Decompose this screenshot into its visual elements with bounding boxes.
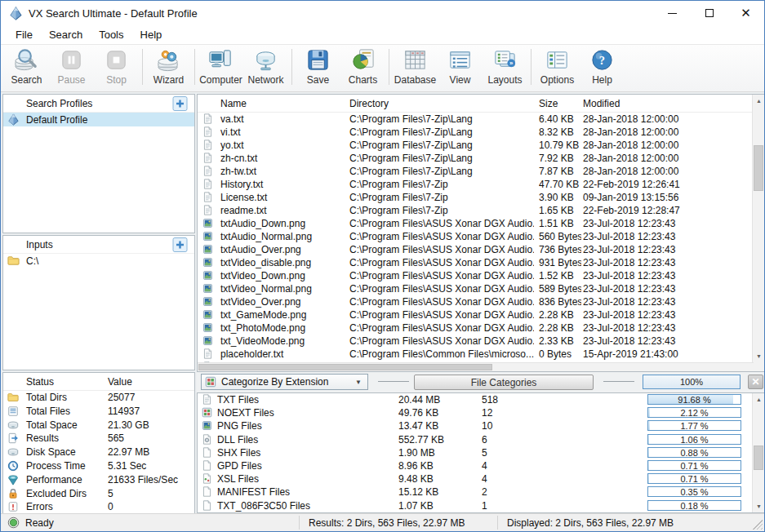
scroll-down-icon[interactable]: ▼ — [753, 350, 765, 362]
resize-grip[interactable] — [753, 520, 763, 530]
search-profiles-header: Search Profiles — [26, 98, 92, 109]
category-row[interactable]: TXT Files20.44 MB51891.68 % — [198, 393, 754, 406]
category-row[interactable]: NOEXT Files49.76 KB122.12 % — [198, 406, 754, 419]
category-percent-label: 0.35 % — [648, 487, 741, 497]
network-toolbar-button[interactable]: Network — [243, 47, 288, 90]
categories-scroll-thumb[interactable] — [754, 446, 763, 470]
computer-toolbar-button[interactable]: Computer — [198, 47, 243, 90]
file-list-vertical-scrollbar[interactable]: ▲ ▼ — [752, 95, 764, 371]
category-count: 5 — [482, 447, 487, 459]
status-row: Excluded Dirs5 — [3, 487, 194, 501]
category-row[interactable]: XSL Files9.48 KB40.71 % — [198, 472, 754, 485]
file-row[interactable]: License.txtC:\Program Files\7-Zip3.90 KB… — [198, 191, 754, 204]
file-directory: C:\Program Files\7-Zip — [349, 179, 534, 190]
options-toolbar-button[interactable]: Options — [535, 47, 580, 90]
grid-icon — [205, 376, 216, 388]
file-row[interactable]: va.txtC:\Program Files\7-Zip\Lang6.40 KB… — [198, 113, 754, 126]
status-row: Total Dirs25077 — [3, 391, 194, 405]
category-row[interactable]: TXT_086F3C50 Files1.07 KB10.18 % — [198, 499, 754, 512]
categories-vertical-scrollbar[interactable]: ▲ ▼ — [752, 393, 764, 512]
category-row[interactable]: PNG Files13.47 KB101.77 % — [198, 419, 754, 432]
help-toolbar-button[interactable]: ?Help — [580, 47, 625, 90]
category-row[interactable]: DLL Files552.77 KB61.06 % — [198, 433, 754, 446]
maximize-button[interactable] — [691, 1, 727, 25]
status-value: 22.97 MB — [108, 446, 149, 458]
category-row[interactable]: GPD Files8.96 KB40.71 % — [198, 459, 754, 472]
layouts-icon: » — [492, 47, 518, 73]
file-list-hscroll-thumb[interactable] — [198, 364, 492, 370]
file-size: 836 Bytes — [539, 296, 581, 308]
category-count: 1 — [482, 500, 487, 512]
toolbar-button-label: Help — [592, 74, 612, 86]
file-row[interactable]: txtVideo_Normal.pngC:\Program Files\ASUS… — [198, 282, 754, 295]
wizard-toolbar-button[interactable]: Wizard — [146, 47, 191, 90]
category-percent-label: 0.88 % — [648, 448, 741, 458]
category-percent-label: 0.18 % — [648, 501, 741, 511]
column-header-size[interactable]: Size — [539, 98, 558, 109]
save-toolbar-button[interactable]: Save — [296, 47, 340, 90]
file-list-horizontal-scrollbar[interactable] — [198, 362, 754, 371]
category-row[interactable]: MANIFEST Files15.12 KB20.35 % — [198, 485, 754, 499]
close-button[interactable]: ✕ — [727, 1, 764, 25]
file-row[interactable]: txt_PhotoMode.pngC:\Program Files\ASUS X… — [198, 321, 754, 335]
file-row[interactable]: txtAudio_Normal.pngC:\Program Files\ASUS… — [198, 230, 754, 243]
file-list-scroll-thumb[interactable] — [754, 145, 763, 191]
file-row[interactable]: txtAudio_Down.pngC:\Program Files\ASUS X… — [198, 217, 754, 230]
file-row[interactable]: txtVideo_disable.pngC:\Program Files\ASU… — [198, 256, 754, 269]
menu-help[interactable]: Help — [132, 26, 171, 43]
file-size: 736 Bytes — [539, 244, 581, 255]
txt-file-icon — [202, 179, 213, 189]
file-row[interactable]: txtVideo_Down.pngC:\Program Files\ASUS X… — [198, 269, 754, 282]
file-row[interactable]: txtAudio_Over.pngC:\Program Files\ASUS X… — [198, 243, 754, 256]
category-row[interactable]: SHX Files1.90 MB50.88 % — [198, 446, 754, 459]
add-profile-button[interactable] — [171, 96, 189, 111]
file-row[interactable]: yo.txtC:\Program Files\7-Zip\Lang10.79 K… — [198, 139, 754, 152]
profile-item[interactable]: Default Profile — [3, 113, 194, 126]
column-header-name[interactable]: Name — [220, 98, 247, 109]
file-categories-button[interactable]: File Categories — [414, 375, 594, 390]
database-toolbar-button[interactable]: Database — [393, 47, 438, 90]
menu-file[interactable]: File — [7, 26, 41, 43]
minimize-button[interactable] — [654, 1, 691, 25]
scroll-up-icon[interactable]: ▲ — [753, 95, 765, 107]
file-name: txt_VideoMode.png — [220, 335, 345, 347]
file-row[interactable]: txt_GameMode.pngC:\Program Files\ASUS Xo… — [198, 308, 754, 321]
file-directory: C:\Program Files\7-Zip\Lang — [349, 113, 534, 125]
file-modified: 28-Jan-2018 12:00:00 — [583, 113, 705, 125]
menu-tools[interactable]: Tools — [91, 26, 131, 43]
file-row[interactable]: placeholder.txtC:\Program Files\Common F… — [198, 348, 754, 361]
file-row[interactable]: zh-tw.txtC:\Program Files\7-Zip\Lang7.87… — [198, 165, 754, 178]
view-toolbar-button[interactable]: View — [438, 47, 483, 90]
scroll-down-icon[interactable]: ▼ — [753, 500, 765, 512]
file-row[interactable]: History.txtC:\Program Files\7-Zip47.70 K… — [198, 178, 754, 191]
title-bar: VX Search Ultimate - Default Profile ✕ — [1, 1, 764, 25]
charts-toolbar-button[interactable]: Charts — [340, 47, 385, 90]
file-row[interactable]: zh-cn.txtC:\Program Files\7-Zip\Lang7.92… — [198, 152, 754, 165]
close-categories-button[interactable]: ✕ — [748, 375, 763, 389]
chevron-down-icon: ▼ — [355, 379, 362, 386]
file-row[interactable]: vi.txtC:\Program Files\7-Zip\Lang8.32 KB… — [198, 126, 754, 139]
menu-search[interactable]: Search — [41, 26, 91, 43]
file-row[interactable]: txt_VideoMode.pngC:\Program Files\ASUS X… — [198, 335, 754, 348]
wizard-icon — [156, 47, 181, 73]
file-modified: 23-Jul-2018 12:23:43 — [583, 244, 705, 255]
file-row[interactable]: txtVideo_Over.pngC:\Program Files\ASUS X… — [198, 295, 754, 308]
search-toolbar-button[interactable]: Search — [4, 47, 49, 90]
scroll-up-icon[interactable]: ▲ — [753, 393, 765, 406]
svg-text:»: » — [509, 60, 513, 67]
file-size: 2.28 KB — [539, 322, 581, 334]
file-row[interactable]: readme.txtC:\Program Files\7-Zip1.65 KB2… — [198, 204, 754, 217]
category-name: NOEXT Files — [217, 407, 274, 419]
input-item[interactable]: C:\ — [3, 254, 194, 268]
png-file-icon — [202, 244, 213, 255]
category-count: 2 — [482, 486, 487, 498]
file-modified: 22-Feb-2019 12:26:41 — [583, 179, 705, 190]
folder-icon — [7, 392, 19, 403]
add-input-button[interactable] — [171, 237, 189, 252]
txt-file-icon — [202, 348, 213, 359]
layouts-toolbar-button[interactable]: »Layouts — [483, 47, 527, 90]
column-header-directory[interactable]: Directory — [349, 98, 389, 109]
toolbar-separator — [288, 47, 296, 86]
column-header-modified[interactable]: Modified — [583, 98, 620, 109]
categorize-mode-dropdown[interactable]: Categorize By Extension ▼ — [201, 374, 368, 390]
